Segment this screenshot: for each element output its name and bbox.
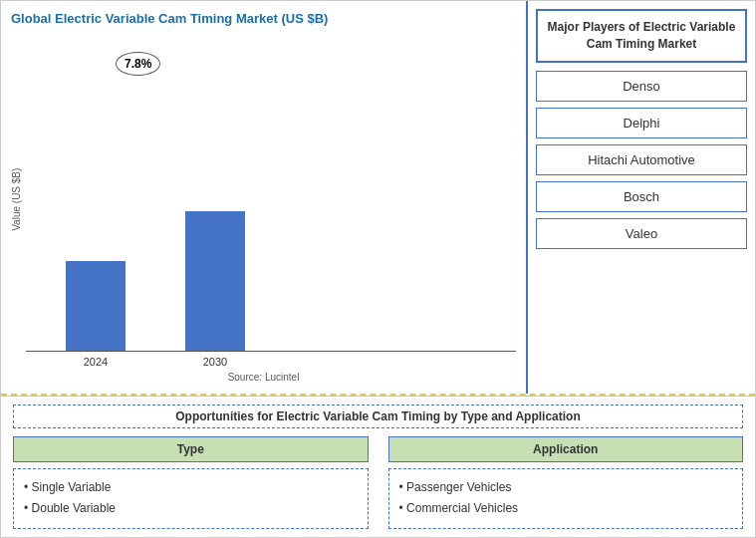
bar-2030	[185, 211, 245, 351]
players-header: Major Players of Electric Variable Cam T…	[536, 9, 747, 63]
type-content: Single Variable Double Variable	[13, 468, 369, 529]
application-item-1: Passenger Vehicles	[399, 477, 733, 499]
bottom-section: Opportunities for Electric Variable Cam …	[1, 396, 755, 537]
x-labels: 2024 2030	[26, 352, 516, 368]
type-item-2: Double Variable	[24, 498, 358, 520]
player-denso: Denso	[536, 71, 747, 102]
application-item-2: Commercial Vehicles	[399, 498, 733, 520]
top-section: Global Electric Variable Cam Timing Mark…	[1, 1, 755, 396]
application-content: Passenger Vehicles Commercial Vehicles	[388, 468, 744, 529]
type-header: Type	[13, 436, 369, 462]
y-axis-label: Value (US $B)	[11, 32, 22, 368]
application-column: Application Passenger Vehicles Commercia…	[388, 436, 744, 529]
annotation-bubble: 7.8%	[116, 52, 160, 76]
x-label-2024: 2024	[66, 356, 126, 368]
annotation-arrow	[161, 58, 216, 59]
chart-title: Global Electric Variable Cam Timing Mark…	[11, 11, 516, 26]
application-header: Application	[388, 436, 744, 462]
player-valeo: Valeo	[536, 218, 747, 249]
x-label-2030: 2030	[185, 356, 245, 368]
annotation-value: 7.8%	[125, 57, 151, 71]
bar-group-2024	[66, 261, 126, 351]
chart-inner: 7.8%	[26, 32, 516, 368]
bar-2024	[66, 261, 126, 351]
player-delphi: Delphi	[536, 108, 747, 138]
source-label: Source: Lucintel	[11, 368, 516, 389]
main-container: Global Electric Variable Cam Timing Mark…	[0, 0, 756, 538]
chart-area: Global Electric Variable Cam Timing Mark…	[1, 1, 526, 394]
bar-group-2030	[185, 211, 245, 351]
player-hitachi: Hitachi Automotive	[536, 144, 747, 175]
type-item-1: Single Variable	[24, 477, 358, 499]
bottom-columns: Type Single Variable Double Variable App…	[13, 436, 743, 529]
bottom-title: Opportunities for Electric Variable Cam …	[13, 404, 743, 428]
chart-wrapper: Value (US $B) 7.8%	[11, 32, 516, 368]
annotation: 7.8%	[116, 52, 160, 76]
players-panel: Major Players of Electric Variable Cam T…	[526, 1, 755, 394]
type-column: Type Single Variable Double Variable	[13, 436, 369, 529]
player-bosch: Bosch	[536, 181, 747, 212]
bars-container: 7.8%	[26, 32, 516, 352]
